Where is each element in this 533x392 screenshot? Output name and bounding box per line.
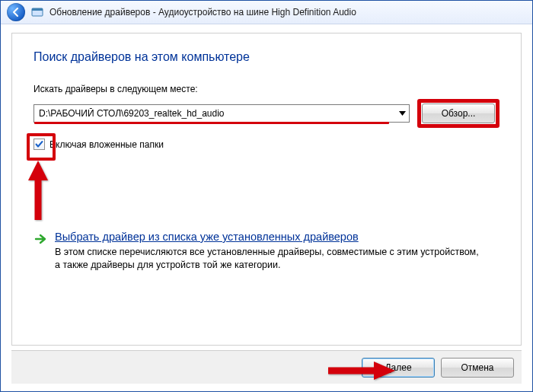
search-location-label: Искать драйверы в следующем месте: [34,84,499,94]
next-button[interactable]: Далее [362,358,435,378]
driver-update-window: Обновление драйверов - Аудиоустройство н… [0,0,533,392]
titlebar: Обновление драйверов - Аудиоустройство н… [1,1,532,24]
option-description: В этом списке перечисляются все установл… [55,246,481,272]
browse-highlight: Обзор... [417,99,499,128]
include-subfolders-label: Включая вложенные папки [49,139,164,150]
pick-from-list-option[interactable]: Выбрать драйвер из списка уже установлен… [34,231,499,272]
window-title: Обновление драйверов - Аудиоустройство н… [49,7,356,18]
include-subfolders-row: Включая вложенные папки [34,139,499,150]
cancel-button[interactable]: Отмена [441,358,514,378]
window-icon [31,6,43,18]
content-panel: Поиск драйверов на этом компьютере Искат… [11,33,522,346]
path-row: D:\РАБОЧИЙ СТОЛ\69203_realtek_hd_audio О… [34,99,499,128]
browse-button[interactable]: Обзор... [422,104,495,123]
arrow-right-icon [34,232,47,272]
back-button[interactable] [7,3,25,21]
path-value: D:\РАБОЧИЙ СТОЛ\69203_realtek_hd_audio [39,108,225,119]
dropdown-icon [399,111,406,116]
svg-rect-1 [32,8,43,11]
back-arrow-icon [11,7,21,18]
footer-bar: Далее Отмена [11,350,522,384]
page-heading: Поиск драйверов на этом компьютере [34,50,499,64]
path-combobox[interactable]: D:\РАБОЧИЙ СТОЛ\69203_realtek_hd_audio [34,104,410,123]
include-subfolders-checkbox[interactable] [34,139,45,150]
option-title: Выбрать драйвер из списка уже установлен… [55,231,481,243]
annotation-underline [34,122,389,124]
checkmark-icon [35,140,43,148]
